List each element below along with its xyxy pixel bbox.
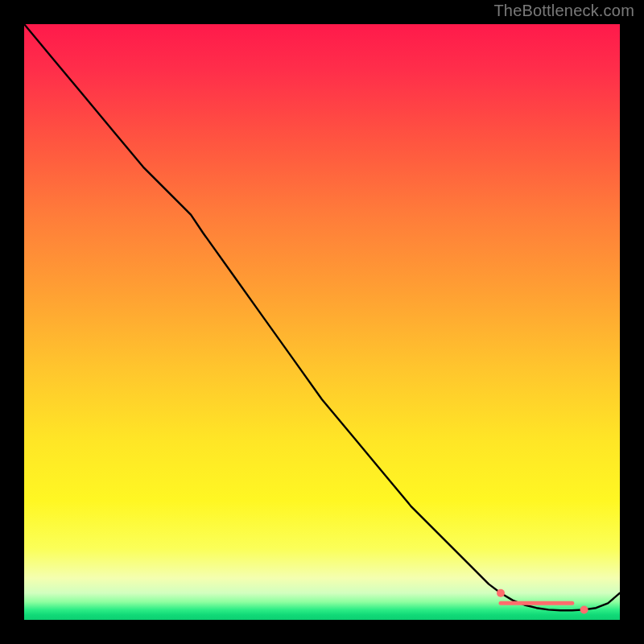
trough-marker-left	[497, 589, 505, 597]
chart-stage: TheBottleneck.com	[0, 0, 644, 644]
watermark-text: TheBottleneck.com	[493, 2, 634, 20]
plot-overlay	[24, 24, 620, 620]
bottleneck-curve	[24, 24, 620, 610]
trough-marker-right	[580, 605, 588, 613]
